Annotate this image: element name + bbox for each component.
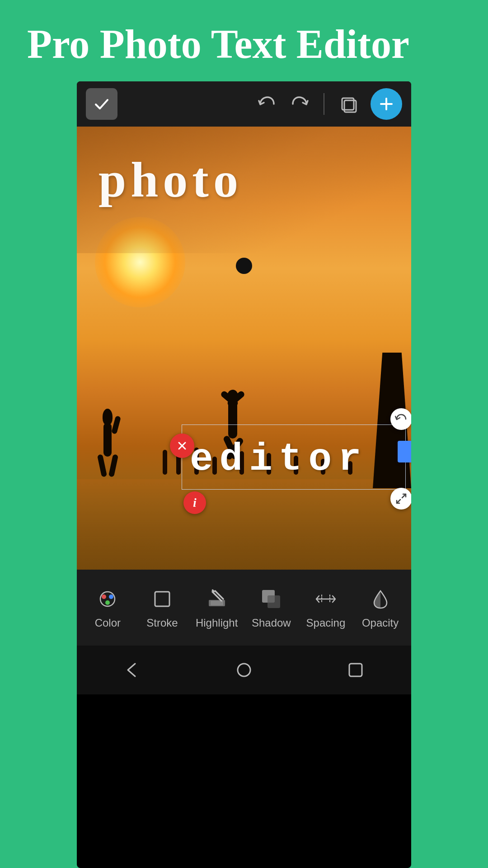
home-icon (235, 661, 253, 679)
undo-button[interactable] (252, 90, 281, 118)
recents-icon (347, 661, 364, 679)
redo-icon (290, 94, 310, 114)
tool-spacing[interactable]: Spacing (301, 586, 351, 629)
toolbar-divider (324, 93, 324, 115)
tool-highlight[interactable]: Highlight (192, 586, 242, 629)
nav-back-button[interactable] (114, 652, 150, 688)
scale-handle[interactable] (390, 488, 411, 509)
ball (236, 258, 252, 274)
tool-shadow[interactable]: Shadow (246, 586, 296, 629)
svg-point-11 (105, 600, 110, 605)
rotate-icon (395, 413, 408, 425)
add-button[interactable] (371, 88, 402, 120)
nav-bar (77, 646, 411, 694)
info-icon: i (193, 495, 197, 510)
color-handle[interactable] (398, 441, 411, 462)
add-icon (378, 96, 394, 112)
highlight-tool-icon (204, 586, 230, 612)
editor-text: editor (190, 437, 402, 481)
highlight-label: Highlight (196, 617, 238, 629)
svg-point-23 (238, 664, 250, 676)
photo-text: photo (99, 151, 243, 209)
info-handle[interactable]: i (183, 491, 206, 514)
nav-recents-button[interactable] (338, 652, 374, 688)
top-toolbar (77, 81, 411, 127)
opacity-label: Opacity (362, 617, 399, 629)
shadow-tool-icon (258, 586, 284, 612)
layers-button[interactable] (333, 90, 362, 118)
water-reflection (77, 479, 411, 570)
undo-icon (257, 94, 277, 114)
app-header: Pro Photo Text Editor (0, 0, 488, 81)
spacing-tool-icon (313, 586, 339, 612)
sun (95, 217, 185, 307)
rotate-handle-top[interactable] (390, 408, 411, 430)
svg-rect-12 (155, 592, 169, 606)
delete-handle[interactable] (170, 434, 194, 458)
tool-color[interactable]: Color (83, 586, 132, 629)
svg-rect-19 (267, 595, 280, 608)
tool-stroke[interactable]: Stroke (137, 586, 187, 629)
shadow-label: Shadow (252, 617, 291, 629)
color-tool-icon (94, 586, 121, 612)
app-title: Pro Photo Text Editor (27, 20, 461, 69)
bottom-toolbar: Color Stroke (77, 570, 411, 646)
stroke-tool-icon (149, 586, 175, 612)
photo-canvas: photo editor (77, 127, 411, 570)
close-icon (176, 439, 188, 452)
phone-container: photo editor (77, 81, 411, 868)
spacing-label: Spacing (306, 617, 346, 629)
scale-icon (395, 492, 408, 505)
svg-point-10 (109, 594, 113, 599)
opacity-tool-icon (367, 586, 394, 612)
tool-opacity[interactable]: Opacity (356, 586, 405, 629)
check-button[interactable] (86, 88, 117, 120)
editor-text-container[interactable]: editor (190, 437, 402, 481)
layers-icon (338, 94, 357, 113)
redo-button[interactable] (286, 90, 314, 118)
svg-point-9 (102, 594, 106, 599)
check-icon (93, 95, 110, 113)
svg-rect-24 (349, 664, 362, 676)
back-icon (123, 661, 141, 679)
person-walking-left (95, 402, 120, 479)
stroke-label: Stroke (146, 617, 178, 629)
nav-home-button[interactable] (226, 652, 262, 688)
color-label: Color (95, 617, 121, 629)
